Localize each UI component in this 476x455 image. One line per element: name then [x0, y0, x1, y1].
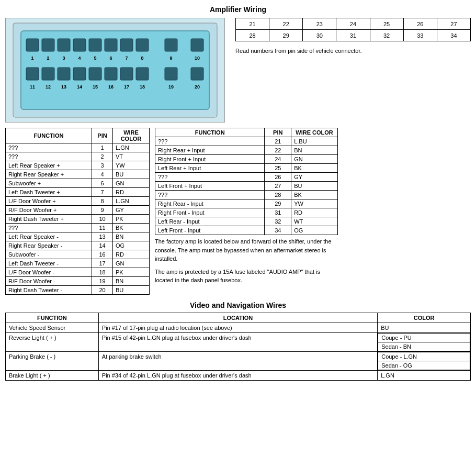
nav-section-title: Video and Navigation Wires: [5, 301, 471, 309]
left-row-8-func: Right Dash Tweeter +: [6, 215, 92, 224]
left-row-5-func: Left Dash Tweeter +: [6, 188, 92, 197]
right-panel: 21 22 23 24 25 26 27 28 29 30 31 32 33 3…: [235, 18, 471, 54]
left-table-row: Right Dash Tweeter -20BU: [6, 286, 150, 295]
left-row-2-color: YW: [113, 161, 150, 170]
svg-text:1: 1: [31, 56, 33, 61]
nav-row-1-color: Coupe - PUSedan - BN: [378, 333, 471, 352]
left-row-0-func: ???: [6, 143, 92, 152]
left-table-row: Right Dash Tweeter +10PK: [6, 215, 150, 224]
left-table-row: ???2VT: [6, 152, 150, 161]
left-table-row: ???1L.GN: [6, 143, 150, 152]
svg-rect-2: [26, 39, 39, 51]
left-table-row: R/F Door Woofer +9GY: [6, 206, 150, 215]
left-table-row: ???11BK: [6, 224, 150, 232]
svg-rect-27: [105, 68, 117, 80]
nav-table-row: Vehicle Speed SensorPin #17 of 17-pin pl…: [6, 323, 471, 333]
nav-table-row: Reverse Light ( + )Pin #15 of 42-pin L.G…: [6, 333, 471, 352]
left-row-1-pin: 2: [92, 152, 113, 161]
right-row-10-color: OG: [291, 226, 338, 235]
left-row-11-pin: 14: [92, 241, 113, 250]
svg-text:17: 17: [124, 84, 129, 90]
right-row-7-color: YW: [291, 199, 338, 208]
top-section: 1 2 3 4 5 6 7 8 9 10: [5, 18, 471, 123]
right-row-3-pin: 25: [265, 164, 291, 173]
svg-text:2: 2: [47, 56, 49, 61]
right-row-4-color: GY: [291, 173, 338, 182]
right-row-5-color: BU: [291, 182, 338, 191]
svg-rect-29: [136, 68, 149, 80]
pin-24: 24: [336, 18, 370, 30]
left-row-15-pin: 19: [92, 277, 113, 286]
read-note: Read numbers from pin side of vehicle co…: [235, 48, 471, 54]
svg-rect-10: [165, 39, 177, 51]
left-table-row: Right Rear Speaker -14OG: [6, 241, 150, 250]
pin-27: 27: [437, 18, 470, 30]
left-table-row: Left Dash Tweeter +7RD: [6, 188, 150, 197]
svg-text:15: 15: [93, 84, 98, 90]
right-row-8-color: RD: [291, 208, 338, 217]
tables-section: FUNCTION PIN WIRE COLOR ???1L.GN???2VTLe…: [5, 128, 471, 295]
pin-23: 23: [303, 18, 336, 30]
right-header-function: FUNCTION: [155, 128, 265, 137]
svg-rect-23: [42, 68, 54, 80]
right-row-2-func: Right Front + Input: [155, 155, 265, 164]
nav-color-cell: Coupe - PU: [378, 334, 470, 342]
nav-row-3-location: Pin #34 of 42-pin L.GN plug at fusebox u…: [98, 371, 377, 381]
right-table-row: Left Front - Input34OG: [155, 226, 338, 235]
right-row-5-func: Left Front + Input: [155, 182, 265, 191]
left-row-14-func: L/F Door Woofer -: [6, 268, 92, 277]
svg-text:8: 8: [141, 56, 143, 61]
left-header-color: WIRE COLOR: [113, 128, 150, 143]
left-table-row: Left Rear Speaker -13BN: [6, 232, 150, 241]
svg-rect-9: [136, 39, 149, 51]
left-header-pin: PIN: [92, 128, 113, 143]
nav-row-2-color: Coupe - L.GNSedan - OG: [378, 352, 471, 371]
right-row-6-func: ???: [155, 191, 265, 199]
left-row-1-func: ???: [6, 152, 92, 161]
left-row-7-pin: 9: [92, 206, 113, 215]
svg-rect-11: [191, 39, 203, 51]
svg-text:3: 3: [62, 56, 65, 61]
nav-color-cell: Sedan - OG: [378, 361, 470, 370]
pin-21: 21: [236, 18, 269, 30]
left-row-6-color: L.GN: [113, 197, 150, 206]
left-table-row: L/F Door Woofer -18PK: [6, 268, 150, 277]
svg-rect-31: [191, 68, 203, 80]
right-row-6-pin: 28: [265, 191, 291, 199]
svg-text:7: 7: [125, 56, 128, 61]
left-row-3-pin: 4: [92, 170, 113, 179]
right-table-row: ???21L.BU: [155, 137, 338, 146]
right-table-row: Right Front - Input31RD: [155, 208, 338, 217]
nav-row-0-location: Pin #17 of 17-pin plug at radio location…: [98, 323, 377, 333]
nav-row-2-func: Parking Brake ( - ): [6, 352, 99, 371]
pin-32: 32: [370, 30, 403, 41]
nav-table-row: Brake Light ( + )Pin #34 of 42-pin L.GN …: [6, 371, 471, 381]
svg-rect-5: [73, 39, 86, 51]
left-row-2-pin: 3: [92, 161, 113, 170]
right-table-row: ???26GY: [155, 173, 338, 182]
svg-text:11: 11: [30, 84, 35, 90]
connector-image: 1 2 3 4 5 6 7 8 9 10: [5, 18, 225, 123]
left-table-row: L/F Door Woofer +8L.GN: [6, 197, 150, 206]
svg-rect-26: [89, 68, 101, 80]
right-wiring-table: FUNCTION PIN WIRE COLOR ???21L.BURight R…: [155, 128, 338, 235]
left-row-12-color: RD: [113, 250, 150, 259]
pin-25: 25: [370, 18, 403, 30]
pin-34: 34: [437, 30, 470, 41]
right-row-4-func: ???: [155, 173, 265, 182]
nav-color-cell: Sedan - BN: [378, 342, 470, 351]
note-2: The amp is protected by a 15A fuse label…: [155, 268, 338, 285]
svg-rect-30: [165, 68, 177, 80]
svg-rect-3: [42, 39, 54, 51]
nav-row-3-color: L.GN: [378, 371, 471, 381]
left-row-14-pin: 18: [92, 268, 113, 277]
left-row-10-func: Left Rear Speaker -: [6, 232, 92, 241]
right-row-1-pin: 22: [265, 146, 291, 155]
left-row-5-pin: 7: [92, 188, 113, 197]
left-row-13-pin: 17: [92, 259, 113, 268]
left-table-row: Subwoofer +6GN: [6, 179, 150, 188]
svg-text:14: 14: [77, 84, 82, 90]
svg-text:19: 19: [168, 84, 174, 90]
nav-row-1-func: Reverse Light ( + ): [6, 333, 99, 352]
nav-row-0-color: BU: [378, 323, 471, 333]
